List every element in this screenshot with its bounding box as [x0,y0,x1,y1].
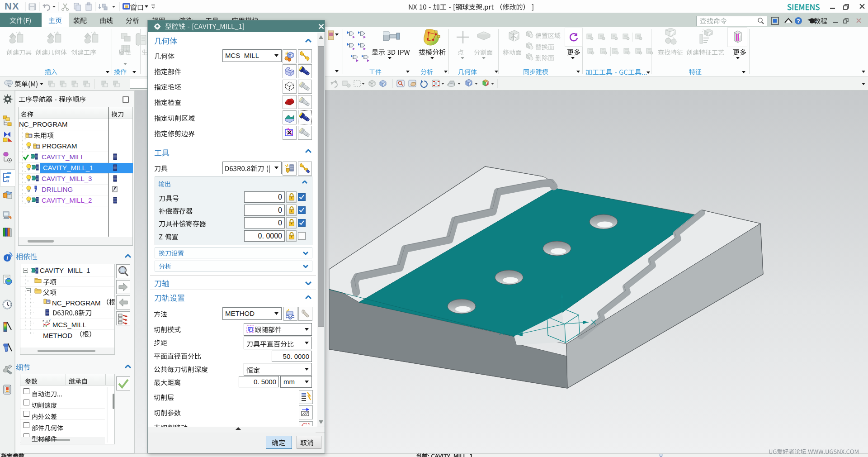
svg-text:?: ? [797,18,800,24]
svg-text:z: z [42,319,44,323]
svg-text:y: y [49,319,51,322]
svg-text:x: x [43,324,45,328]
